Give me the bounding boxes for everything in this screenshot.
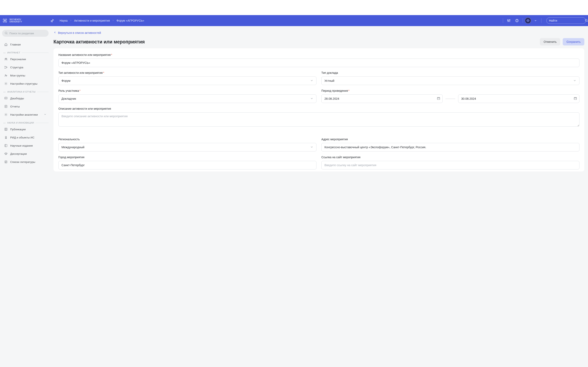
- sidebar-item-structure[interactable]: Структура: [2, 63, 49, 71]
- svg-point-3: [5, 21, 7, 22]
- field-label-description: Описание активности или мероприятия: [58, 107, 579, 110]
- activity-form-card: Название активности или мероприятия* Тип…: [53, 48, 584, 171]
- divider: [523, 18, 523, 23]
- svg-point-19: [5, 32, 7, 34]
- field-label-role: Роль участника*: [58, 89, 316, 92]
- help-icon[interactable]: [513, 17, 521, 24]
- chevron-down-icon[interactable]: [532, 17, 539, 24]
- cancel-button[interactable]: Отменить: [540, 38, 560, 45]
- select-value: Форум: [61, 79, 70, 82]
- field-label-address: Адрес мероприятия: [321, 138, 579, 141]
- sidebar-search[interactable]: [2, 30, 49, 37]
- svg-point-7: [507, 20, 508, 20]
- book-icon: [4, 127, 8, 131]
- address-input[interactable]: [321, 143, 579, 151]
- svg-line-18: [587, 21, 588, 22]
- gear-icon: [4, 113, 8, 117]
- svg-point-9: [509, 21, 509, 21]
- regionality-select[interactable]: Международный: [58, 143, 316, 151]
- sidebar-item-label: Научные издания: [10, 144, 33, 147]
- avatar[interactable]: [525, 17, 531, 24]
- sidebar-item-label: Главная: [10, 43, 21, 46]
- svg-point-2: [3, 21, 4, 22]
- sidebar-item-dissertations[interactable]: Диссертации: [2, 150, 49, 158]
- sidebar-item-my-groups[interactable]: Мои группы: [2, 71, 49, 80]
- chevron-down-icon: [310, 145, 313, 149]
- sidebar-section-title: — ИНТРАНЕТ: [3, 51, 49, 54]
- chevron-down-icon: [310, 97, 313, 101]
- gear-icon: [4, 82, 8, 85]
- city-input[interactable]: [58, 161, 316, 169]
- svg-point-13: [517, 21, 517, 21]
- main-content: Вернуться в список активностей Карточка …: [51, 26, 588, 367]
- sidebar-item-personalii[interactable]: Персоналии: [2, 55, 49, 63]
- back-link[interactable]: Вернуться в список активностей: [53, 31, 584, 34]
- field-label-regionality: Региональность: [58, 138, 316, 141]
- svg-point-1: [5, 19, 7, 20]
- sidebar-item-structure-settings[interactable]: Настройки структуры: [2, 80, 49, 88]
- breadcrumb-item[interactable]: Форум «АГРОРУСЬ»: [116, 19, 144, 22]
- sidebar-search-input[interactable]: [9, 32, 46, 35]
- select-value: Международный: [61, 146, 84, 149]
- sidebar-item-dashboards[interactable]: Дашборды: [2, 94, 49, 102]
- sidebar-item-label: Персоналии: [10, 58, 26, 61]
- chart-icon: [4, 96, 8, 100]
- sidebar-item-bibliography[interactable]: Списки литературы: [2, 158, 49, 166]
- list-icon: [4, 160, 8, 164]
- field-label-type: Тип активности или мероприятия*: [58, 71, 316, 75]
- brand-block: SECHENOV UNIVERSITY: [2, 18, 49, 24]
- field-label-city: Город мероприятия: [58, 156, 316, 159]
- users-icon: [4, 57, 8, 61]
- group-icon: [4, 74, 8, 77]
- description-textarea[interactable]: [58, 112, 579, 127]
- page-title: Карточка активности или мероприятия: [53, 39, 145, 45]
- period-from-input[interactable]: [321, 94, 443, 103]
- breadcrumb-item[interactable]: Активности и мероприятия: [74, 19, 110, 22]
- sidebar-item-rid[interactable]: РИД и объекты ИС: [2, 133, 49, 142]
- sidebar-item-publications[interactable]: Публикации: [2, 125, 49, 133]
- svg-rect-29: [5, 97, 7, 99]
- svg-point-4: [4, 20, 6, 21]
- sidebar-item-reports[interactable]: Отчеты: [2, 102, 49, 110]
- svg-point-26: [5, 75, 6, 75]
- svg-rect-33: [5, 144, 7, 147]
- pin-icon[interactable]: [49, 17, 56, 24]
- header-search-input[interactable]: [549, 19, 585, 22]
- brand-logo-icon: [2, 18, 8, 24]
- structure-icon: [4, 66, 8, 69]
- activity-type-select[interactable]: Форум: [58, 76, 316, 85]
- back-link-label: Вернуться в список активностей: [58, 31, 101, 34]
- breadcrumb: Наука Активности и мероприятия Форум «АГ…: [60, 19, 502, 22]
- sidebar: Главная — ИНТРАНЕТ Персоналии Структура …: [0, 26, 51, 367]
- svg-point-21: [5, 58, 6, 59]
- sidebar-item-label: Структура: [10, 66, 23, 69]
- svg-point-27: [6, 75, 7, 76]
- sidebar-item-home[interactable]: Главная: [2, 40, 49, 49]
- sidebar-item-analytics-settings[interactable]: Настройки аналитики: [2, 110, 49, 119]
- report-type-select[interactable]: Устный: [321, 76, 579, 85]
- sidebar-item-label: Отчеты: [10, 105, 20, 108]
- svg-point-25: [7, 67, 7, 68]
- sidebar-item-editions[interactable]: Научные издания: [2, 142, 49, 150]
- activity-name-input[interactable]: [58, 58, 579, 67]
- sidebar-item-label: Дашборды: [10, 97, 24, 100]
- brand-name: SECHENOV UNIVERSITY: [9, 18, 22, 23]
- link-input[interactable]: [321, 161, 579, 169]
- save-button[interactable]: Сохранить: [563, 38, 584, 45]
- chevron-down-icon: [310, 79, 313, 83]
- svg-point-16: [528, 20, 528, 21]
- app-header: SECHENOV UNIVERSITY Наука Активности и м…: [0, 15, 588, 26]
- sidebar-item-label: РИД и объекты ИС: [10, 136, 35, 139]
- browser-chrome-whitespace: [0, 0, 588, 15]
- sidebar-item-label: Диссертации: [10, 152, 27, 155]
- period-to-input[interactable]: [458, 94, 579, 103]
- settings-sliders-icon[interactable]: [505, 17, 512, 24]
- svg-point-11: [510, 20, 510, 20]
- search-icon: [585, 19, 588, 23]
- participant-role-select[interactable]: Докладчик: [58, 94, 316, 103]
- chevron-right-icon: [70, 19, 72, 22]
- svg-point-17: [585, 19, 587, 21]
- breadcrumb-item[interactable]: Наука: [60, 19, 68, 22]
- svg-point-22: [6, 58, 7, 59]
- header-search[interactable]: [546, 17, 586, 24]
